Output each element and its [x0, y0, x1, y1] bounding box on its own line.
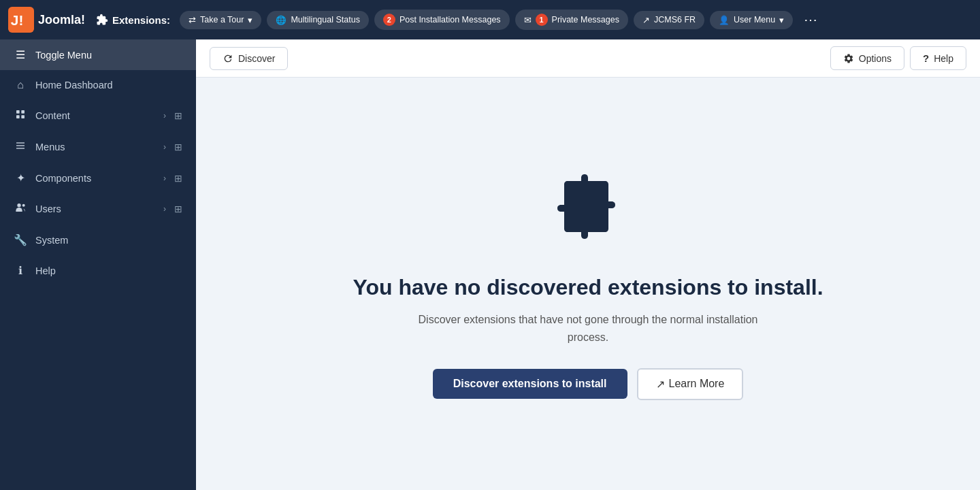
toggle-menu-icon: ☰ — [14, 48, 27, 61]
sidebar: ☰ Toggle Menu ⌂ Home Dashboard Content ›… — [0, 39, 196, 490]
content-arrow-icon: › — [163, 111, 166, 120]
svg-rect-6 — [16, 142, 24, 143]
svg-point-10 — [22, 204, 25, 207]
post-installation-badge: 2 — [383, 14, 395, 26]
external-link-icon: ↗ — [656, 378, 665, 391]
help-button[interactable]: ? Help — [910, 46, 966, 70]
multilingual-icon: 🌐 — [276, 15, 287, 25]
svg-text:J!: J! — [11, 12, 24, 28]
sidebar-item-users[interactable]: Users › ⊞ — [0, 193, 196, 225]
learn-more-btn[interactable]: ↗ Learn More — [637, 368, 744, 400]
users-icon — [14, 202, 27, 216]
question-mark-icon: ? — [923, 52, 929, 64]
svg-rect-4 — [16, 115, 20, 118]
post-installation-btn[interactable]: 2 Post Installation Messages — [374, 10, 510, 30]
user-menu-btn[interactable]: 👤 User Menu ▾ — [710, 11, 793, 29]
puzzle-empty-icon — [544, 167, 632, 256]
menus-icon — [14, 140, 27, 154]
content-icon — [14, 109, 27, 122]
private-messages-btn[interactable]: ✉ 1 Private Messages — [515, 10, 628, 30]
multilingual-status-btn[interactable]: 🌐 Multilingual Status — [267, 11, 368, 29]
sidebar-item-content[interactable]: Content › ⊞ — [0, 100, 196, 131]
menus-grid-icon: ⊞ — [174, 142, 182, 152]
svg-rect-8 — [16, 148, 24, 148]
content-grid-icon: ⊞ — [174, 110, 182, 121]
components-icon: ✦ — [14, 172, 27, 184]
svg-point-9 — [17, 203, 20, 207]
users-grid-icon: ⊞ — [174, 203, 182, 214]
refresh-icon — [223, 53, 233, 64]
external-link-icon: ↗ — [642, 15, 650, 25]
toolbar: Discover Options ? Help — [196, 39, 980, 78]
empty-state-desc: Discover extensions that have not gone t… — [411, 311, 765, 346]
puzzle-icon-topnav — [96, 14, 108, 26]
discover-extensions-btn[interactable]: Discover extensions to install — [433, 369, 627, 399]
help-sidebar-icon: ℹ — [14, 264, 27, 277]
more-options-btn[interactable]: ⋯ — [798, 9, 823, 31]
logo-text: Joomla! — [38, 13, 85, 27]
sidebar-item-system[interactable]: 🔧 System — [0, 225, 196, 255]
chevron-down-icon: ▾ — [779, 15, 784, 25]
logo[interactable]: J! Joomla! — [8, 7, 85, 33]
sidebar-item-menus[interactable]: Menus › ⊞ — [0, 131, 196, 163]
layout: ☰ Toggle Menu ⌂ Home Dashboard Content ›… — [0, 39, 980, 490]
main-content: Discover Options ? Help You have no disc… — [196, 39, 980, 490]
sidebar-item-help[interactable]: ℹ Help — [0, 255, 196, 286]
sidebar-item-home-dashboard[interactable]: ⌂ Home Dashboard — [0, 70, 196, 100]
sliders-icon: ⇄ — [189, 15, 196, 25]
menus-arrow-icon: › — [163, 142, 166, 152]
gear-icon — [843, 53, 854, 64]
mail-icon: ✉ — [524, 15, 532, 25]
toolbar-left: Discover — [210, 47, 288, 70]
sidebar-item-toggle-menu[interactable]: ☰ Toggle Menu — [0, 39, 196, 70]
empty-state-title: You have no discovered extensions to ins… — [353, 275, 823, 300]
discover-button[interactable]: Discover — [210, 47, 288, 70]
system-icon: 🔧 — [14, 233, 27, 246]
svg-rect-7 — [16, 145, 24, 146]
components-arrow-icon: › — [163, 174, 166, 183]
content-area: You have no discovered extensions to ins… — [196, 78, 980, 490]
home-icon: ⌂ — [14, 79, 27, 91]
svg-rect-3 — [21, 110, 24, 114]
take-a-tour-btn[interactable]: ⇄ Take a Tour ▾ — [180, 11, 261, 29]
joomla-logo-icon: J! — [8, 7, 34, 33]
extensions-label: Extensions: — [96, 14, 170, 26]
options-button[interactable]: Options — [830, 46, 904, 70]
user-icon: 👤 — [719, 15, 730, 25]
svg-rect-5 — [21, 115, 24, 118]
jcms6fr-btn[interactable]: ↗ JCMS6 FR — [634, 11, 704, 29]
private-messages-badge: 1 — [536, 14, 548, 26]
sidebar-item-components[interactable]: ✦ Components › ⊞ — [0, 163, 196, 193]
svg-rect-2 — [16, 110, 20, 114]
users-arrow-icon: › — [163, 204, 166, 214]
chevron-down-icon: ▾ — [248, 15, 252, 25]
topnav: J! Joomla! Extensions: ⇄ Take a Tour ▾ 🌐… — [0, 0, 980, 39]
empty-actions: Discover extensions to install ↗ Learn M… — [433, 368, 744, 400]
components-grid-icon: ⊞ — [174, 173, 182, 184]
toolbar-right: Options ? Help — [830, 46, 966, 70]
